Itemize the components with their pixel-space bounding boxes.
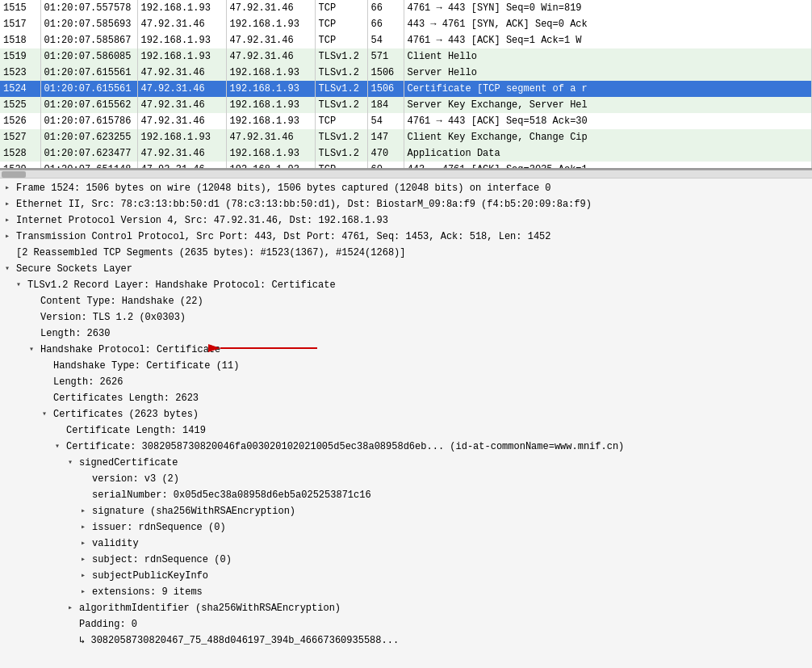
table-cell: TLSv1.2: [315, 48, 367, 65]
packet-list-section: 151501:20:07.557578192.168.1.9347.92.31.…: [0, 0, 812, 170]
expand-icon: ▸: [81, 552, 89, 567]
top-horizontal-scrollbar[interactable]: [0, 170, 812, 178]
table-cell: TLSv1.2: [315, 65, 367, 81]
table-cell: 60: [367, 162, 404, 168]
svg-marker-1: [208, 344, 220, 352]
table-cell: 192.168.1.93: [137, 32, 226, 48]
table-cell: 571: [367, 48, 404, 65]
table-cell: 01:20:07.615562: [40, 97, 137, 113]
detail-line-text: Handshake Protocol: Certificate: [40, 342, 220, 357]
detail-line[interactable]: ▾Handshake Protocol: Certificate: [0, 342, 812, 358]
table-cell: 192.168.1.93: [226, 65, 315, 81]
detail-line[interactable]: ▸issuer: rdnSequence (0): [0, 519, 812, 536]
detail-line[interactable]: ▸Transmission Control Protocol, Src Port…: [0, 229, 812, 245]
table-cell: 1506: [367, 65, 404, 81]
expand-icon: ▾: [68, 456, 76, 470]
expand-icon: ▾: [55, 439, 63, 454]
detail-line[interactable]: ▸Internet Protocol Version 4, Src: 47.92…: [0, 212, 812, 229]
detail-line-text: ↳ 3082058730820467_75_488d046197_394b_46…: [79, 633, 399, 648]
table-cell: 443 → 4761 [ACK] Seq=3035 Ack=1: [404, 162, 812, 168]
detail-line: Version: TLS 1.2 (0x0303): [0, 309, 812, 326]
detail-line-text: Ethernet II, Src: 78:c3:13:bb:50:d1 (78:…: [16, 197, 592, 212]
detail-line[interactable]: ▸algorithmIdentifier (sha256WithRSAEncry…: [0, 600, 812, 616]
table-cell: 147: [367, 129, 404, 145]
expand-icon: ▾: [16, 278, 24, 292]
table-row[interactable]: 152901:20:07.65114847.92.31.46192.168.1.…: [0, 162, 812, 168]
detail-line[interactable]: ▸extensions: 9 items: [0, 584, 812, 600]
table-cell: 47.92.31.46: [137, 145, 226, 162]
detail-line-text: extensions: 9 items: [92, 585, 203, 599]
table-row[interactable]: 151801:20:07.585867192.168.1.9347.92.31.…: [0, 32, 812, 48]
table-cell: 01:20:07.586085: [40, 48, 137, 65]
detail-line-text: Certificate: 3082058730820046fa003020102…: [66, 439, 624, 454]
table-cell: TCP: [315, 16, 367, 32]
table-cell: 54: [367, 32, 404, 48]
expand-icon: ▸: [81, 520, 89, 535]
table-cell: 1517: [0, 16, 40, 32]
table-cell: 1527: [0, 129, 40, 145]
expand-icon: ▾: [42, 407, 50, 422]
expand-icon: ▸: [5, 213, 13, 228]
detail-line[interactable]: ▸subject: rdnSequence (0): [0, 552, 812, 568]
table-cell: 47.92.31.46: [226, 48, 315, 65]
table-cell: Client Key Exchange, Change Cip: [404, 129, 812, 145]
table-row[interactable]: 151701:20:07.58569347.92.31.46192.168.1.…: [0, 16, 812, 32]
detail-line: version: v3 (2): [0, 471, 812, 487]
table-cell: 1523: [0, 65, 40, 81]
detail-line[interactable]: ▾TLSv1.2 Record Layer: Handshake Protoco…: [0, 277, 812, 293]
packet-list-scroll[interactable]: 151501:20:07.557578192.168.1.9347.92.31.…: [0, 0, 812, 168]
table-cell: 1529: [0, 162, 40, 168]
expand-icon: ▸: [5, 181, 13, 195]
table-cell: 66: [367, 0, 404, 16]
table-cell: TCP: [315, 32, 367, 48]
detail-line[interactable]: ▾Secure Sockets Layer: [0, 261, 812, 277]
detail-line-text: Transmission Control Protocol, Src Port:…: [16, 229, 551, 244]
detail-line-text: Internet Protocol Version 4, Src: 47.92.…: [16, 213, 388, 228]
detail-line[interactable]: ▸validity: [0, 536, 812, 552]
table-cell: 1506: [367, 81, 404, 97]
table-cell: TLSv1.2: [315, 97, 367, 113]
expand-icon: ▸: [5, 229, 13, 244]
table-cell: 47.92.31.46: [137, 162, 226, 168]
expand-icon: ▸: [81, 536, 89, 551]
detail-line-text: Certificates (2623 bytes): [53, 407, 199, 422]
detail-line-text: Length: 2630: [40, 326, 110, 341]
detail-line: [2 Reassembled TCP Segments (2635 bytes)…: [0, 245, 812, 261]
detail-line[interactable]: ▸signature (sha256WithRSAEncryption): [0, 503, 812, 519]
expand-icon: ▸: [81, 569, 89, 583]
table-row[interactable]: 152401:20:07.61556147.92.31.46192.168.1.…: [0, 81, 812, 97]
table-cell: 47.92.31.46: [226, 129, 315, 145]
table-cell: TLSv1.2: [315, 81, 367, 97]
table-row[interactable]: 152601:20:07.61578647.92.31.46192.168.1.…: [0, 113, 812, 129]
table-row[interactable]: 151901:20:07.586085192.168.1.9347.92.31.…: [0, 48, 812, 65]
detail-line: Content Type: Handshake (22): [0, 293, 812, 309]
expand-icon: ▸: [81, 585, 89, 599]
top-scrollbar-thumb[interactable]: [2, 171, 26, 178]
detail-line-text: signedCertificate: [79, 456, 178, 470]
detail-line[interactable]: ▸Frame 1524: 1506 bytes on wire (12048 b…: [0, 180, 812, 196]
table-cell: 184: [367, 97, 404, 113]
detail-line-text: subject: rdnSequence (0): [92, 552, 232, 567]
detail-line: Certificate Length: 1419: [0, 422, 812, 439]
table-row[interactable]: 152501:20:07.61556247.92.31.46192.168.1.…: [0, 97, 812, 113]
detail-line[interactable]: ▾Certificate: 3082058730820046fa00302010…: [0, 439, 812, 455]
table-cell: 1525: [0, 97, 40, 113]
detail-line[interactable]: ▾Certificates (2623 bytes): [0, 406, 812, 422]
detail-line[interactable]: ▸subjectPublicKeyInfo: [0, 568, 812, 584]
table-cell: 1519: [0, 48, 40, 65]
detail-line-text: validity: [92, 536, 139, 551]
detail-line: Length: 2630: [0, 326, 812, 342]
detail-line[interactable]: ▾signedCertificate: [0, 455, 812, 471]
packet-detail-section[interactable]: ▸Frame 1524: 1506 bytes on wire (12048 b…: [0, 178, 812, 668]
table-cell: 01:20:07.651148: [40, 162, 137, 168]
table-cell: Application Data: [404, 145, 812, 162]
table-row[interactable]: 152801:20:07.62347747.92.31.46192.168.1.…: [0, 145, 812, 162]
table-cell: TCP: [315, 0, 367, 16]
detail-line-text: Content Type: Handshake (22): [40, 294, 203, 309]
table-row[interactable]: 152301:20:07.61556147.92.31.46192.168.1.…: [0, 65, 812, 81]
detail-line[interactable]: ▸Ethernet II, Src: 78:c3:13:bb:50:d1 (78…: [0, 196, 812, 212]
table-row[interactable]: 151501:20:07.557578192.168.1.9347.92.31.…: [0, 0, 812, 16]
detail-line: Length: 2626: [0, 374, 812, 390]
table-row[interactable]: 152701:20:07.623255192.168.1.9347.92.31.…: [0, 129, 812, 145]
expand-icon: ▾: [5, 262, 13, 276]
